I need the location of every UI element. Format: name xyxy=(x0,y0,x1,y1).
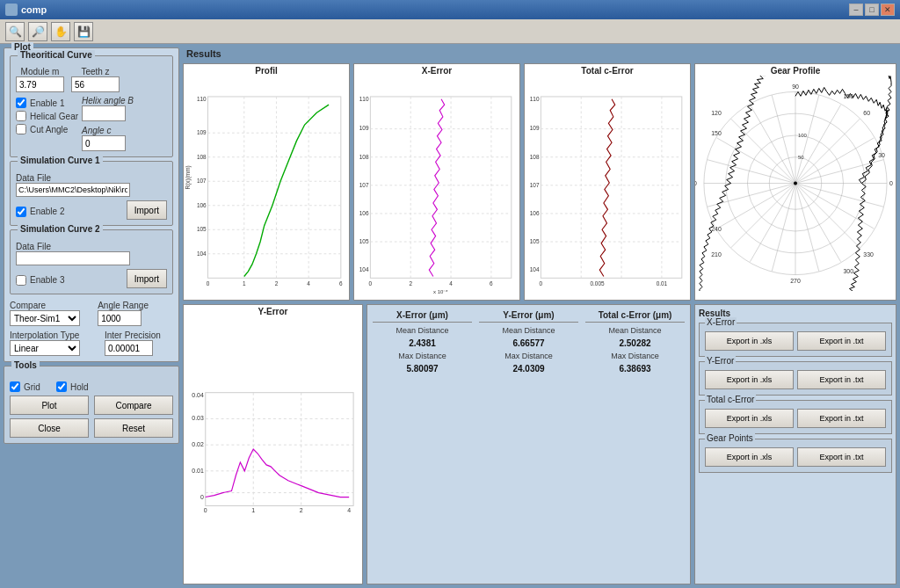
y-error-txt-button[interactable]: Export in .txt xyxy=(797,370,886,389)
svg-text:105: 105 xyxy=(359,238,369,244)
angle-range-input[interactable] xyxy=(98,310,142,326)
svg-text:270: 270 xyxy=(790,279,801,285)
close-button[interactable]: ✕ xyxy=(881,4,895,16)
svg-text:6: 6 xyxy=(339,280,343,287)
y-error-stats: Y-Error (μm) Mean Distance 6.66577 Max D… xyxy=(479,310,578,578)
svg-text:110: 110 xyxy=(197,96,207,102)
y-error-mean-label: Mean Distance xyxy=(479,326,578,335)
compare-button[interactable]: Compare xyxy=(94,396,173,415)
x-error-mean-label: Mean Distance xyxy=(373,326,472,335)
maximize-button[interactable]: □ xyxy=(865,4,879,16)
enable2-checkbox[interactable] xyxy=(16,207,26,217)
data-file2-label: Data File xyxy=(16,242,51,251)
plot-button[interactable]: Plot xyxy=(10,396,89,415)
sim-curve2-group: Simulation Curve 2 Data File Enable 3 Im… xyxy=(10,229,173,294)
theoretical-curve-group: Theoritical Curve Module m Teeth z xyxy=(10,55,173,157)
pan-button[interactable]: ✋ xyxy=(51,22,70,41)
x-error-title: X-Error xyxy=(354,66,519,76)
zoom-in-button[interactable]: 🔍 xyxy=(5,22,25,41)
svg-text:0: 0 xyxy=(204,507,207,513)
enable3-checkbox[interactable] xyxy=(16,275,26,286)
total-c-error-stats: Total c-Error (μm) Mean Distance 2.50282… xyxy=(585,310,685,578)
toolbar: 🔍 🔎 ✋ 💾 xyxy=(0,19,900,44)
interpolation-label: Interpolation Type xyxy=(10,330,79,340)
svg-rect-95 xyxy=(206,393,353,506)
compare-select[interactable]: Theor-Sim1 xyxy=(10,310,80,326)
data-file1-input[interactable] xyxy=(16,183,130,197)
y-error-max-label: Max Distance xyxy=(479,352,578,360)
angle-c-input[interactable] xyxy=(82,135,126,151)
total-c-error-max-label: Max Distance xyxy=(585,352,685,360)
helix-input[interactable] xyxy=(82,105,126,121)
svg-text:107: 107 xyxy=(530,182,540,188)
svg-rect-23 xyxy=(370,97,511,278)
gear-points-export-group: Gear Points Export in .xls Export in .tx… xyxy=(699,439,892,473)
tools-group: Tools Grid Hold Plot Compare Close Reset xyxy=(4,366,179,444)
hold-checkbox[interactable] xyxy=(56,381,67,392)
svg-text:110: 110 xyxy=(530,96,540,102)
data-file2-input[interactable] xyxy=(16,251,130,265)
y-error-mean-value: 6.66577 xyxy=(479,338,578,348)
inter-precision-input[interactable] xyxy=(105,340,153,356)
svg-text:109: 109 xyxy=(197,129,207,135)
svg-text:108: 108 xyxy=(197,154,207,160)
x-error-xls-button[interactable]: Export in .xls xyxy=(705,331,794,351)
enable3-label: Enable 3 xyxy=(30,275,64,285)
total-c-error-xls-button[interactable]: Export in .xls xyxy=(705,409,794,428)
main-area: Plot Theoritical Curve Module m Teeth z xyxy=(0,44,900,588)
helical-gear-checkbox[interactable] xyxy=(16,111,26,121)
teeth-label: Teeth z xyxy=(81,67,109,76)
svg-text:60: 60 xyxy=(863,110,870,116)
y-error-svg: 0.04 0.03 0.02 0.01 0 0 1 2 4 xyxy=(184,316,362,588)
svg-text:110: 110 xyxy=(359,96,369,102)
svg-text:107: 107 xyxy=(197,178,207,184)
total-c-error-txt-button[interactable]: Export in .txt xyxy=(797,409,886,428)
y-error-xls-button[interactable]: Export in .xls xyxy=(705,370,794,389)
x-error-stat-header: X-Error (μm) xyxy=(373,310,472,323)
y-error-title: Y-Error xyxy=(184,307,362,316)
svg-text:104: 104 xyxy=(359,266,369,272)
interpolation-select[interactable]: Linear xyxy=(10,340,80,356)
results-title: Results xyxy=(183,47,896,60)
svg-rect-44 xyxy=(541,97,681,278)
sim-curve1-group: Simulation Curve 1 Data File Enable 2 Im… xyxy=(10,161,173,226)
stats-box: X-Error (μm) Mean Distance 2.4381 Max Di… xyxy=(367,304,691,584)
total-c-error-mean-value: 2.50282 xyxy=(585,338,685,348)
gear-profile-title: Gear Profile xyxy=(695,66,896,76)
module-input[interactable] xyxy=(16,76,64,92)
svg-text:100: 100 xyxy=(798,133,808,138)
minimize-button[interactable]: – xyxy=(849,4,863,16)
svg-text:0.01: 0.01 xyxy=(657,280,668,287)
svg-text:106: 106 xyxy=(359,210,369,216)
svg-text:0: 0 xyxy=(200,494,204,500)
grid-label: Grid xyxy=(24,382,40,392)
total-c-error-export-label: Total c-Error xyxy=(705,395,756,404)
top-plots-row: Profil 110 109 108 xyxy=(183,63,896,301)
teeth-input[interactable] xyxy=(71,76,120,92)
enable1-checkbox[interactable] xyxy=(16,98,26,108)
zoom-out-button[interactable]: 🔎 xyxy=(28,22,47,41)
total-c-error-title: Total c-Error xyxy=(525,66,690,76)
gear-points-xls-button[interactable]: Export in .xls xyxy=(705,447,794,467)
x-error-max-value: 5.80097 xyxy=(373,364,472,374)
cut-angle-checkbox[interactable] xyxy=(16,124,26,134)
svg-text:108: 108 xyxy=(530,154,540,160)
import1-button[interactable]: Import xyxy=(127,200,167,220)
helix-angle-label: Helix angle B xyxy=(82,96,134,105)
gear-profile-box: Gear Profile xyxy=(694,63,896,301)
total-c-error-mean-label: Mean Distance xyxy=(585,326,685,335)
svg-text:0: 0 xyxy=(889,180,893,186)
x-error-txt-button[interactable]: Export in .txt xyxy=(797,331,886,351)
svg-text:0.04: 0.04 xyxy=(192,392,204,398)
x-error-svg: 110 109 108 107 106 105 104 0 2 4 6 x 10… xyxy=(354,76,519,301)
svg-text:109: 109 xyxy=(530,125,540,131)
save-button[interactable]: 💾 xyxy=(74,22,93,41)
close-app-button[interactable]: Close xyxy=(10,418,89,438)
gear-points-txt-button[interactable]: Export in .txt xyxy=(797,447,886,467)
data-file1-label: Data File xyxy=(16,173,51,183)
reset-button[interactable]: Reset xyxy=(94,418,173,438)
svg-text:108: 108 xyxy=(359,154,369,160)
import2-button[interactable]: Import xyxy=(127,269,167,288)
grid-checkbox[interactable] xyxy=(10,381,20,392)
enable1-label: Enable 1 xyxy=(30,98,64,108)
